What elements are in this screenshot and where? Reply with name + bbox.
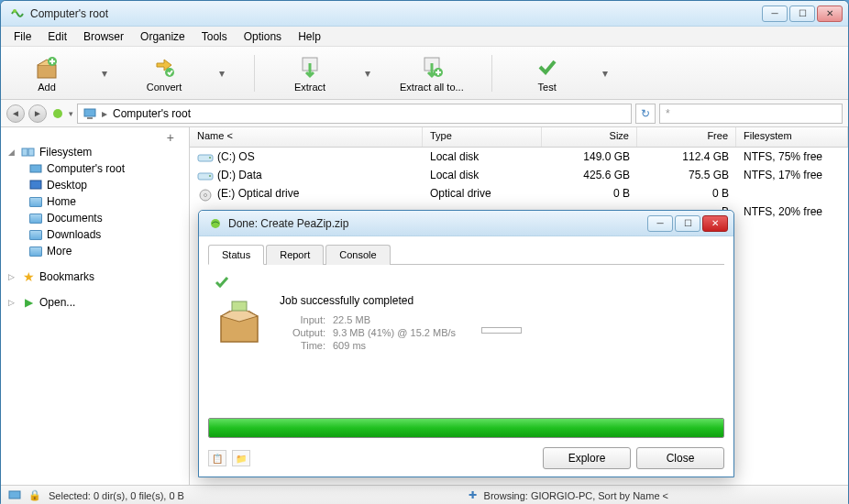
leaf-icon[interactable] xyxy=(50,106,65,121)
menu-options[interactable]: Options xyxy=(237,28,289,45)
address-path: Computer's root xyxy=(113,107,191,120)
dialog-minimize-button[interactable]: ─ xyxy=(647,215,673,232)
convert-button[interactable]: Convert xyxy=(137,54,192,93)
back-button[interactable]: ◄ xyxy=(6,104,25,123)
tree-item-root[interactable]: Computer's root xyxy=(25,160,185,177)
extract-icon xyxy=(297,54,323,80)
dialog-title: Done: Create PeaZip.zip xyxy=(228,217,647,230)
menu-file[interactable]: File xyxy=(6,28,39,45)
explore-button[interactable]: Explore xyxy=(543,447,631,469)
drive-icon xyxy=(197,170,214,181)
window-title: Computer's root xyxy=(30,7,762,20)
svg-point-17 xyxy=(209,175,211,177)
tree-item-desktop[interactable]: Desktop xyxy=(25,177,185,193)
svg-point-19 xyxy=(204,193,207,196)
table-row[interactable]: (D:) DataLocal disk425.6 GB75.5 GBNTFS, … xyxy=(190,166,848,184)
output-value: 9.3 MB (41%) @ 15.2 MB/s xyxy=(333,327,456,338)
test-button[interactable]: Test xyxy=(520,54,575,93)
input-value: 22.5 MB xyxy=(333,314,370,325)
svg-point-15 xyxy=(209,157,211,159)
menu-help[interactable]: Help xyxy=(291,28,328,45)
search-input[interactable]: * xyxy=(659,104,843,124)
progress-dialog: Done: Create PeaZip.zip ─ ☐ ✕ Status Rep… xyxy=(198,210,734,477)
success-check-icon xyxy=(214,274,719,290)
tree-item-documents[interactable]: Documents xyxy=(25,210,185,226)
svg-rect-23 xyxy=(232,301,247,311)
menubar: File Edit Browser Organize Tools Options… xyxy=(1,27,848,47)
tree-item-home[interactable]: Home xyxy=(25,193,185,210)
main-titlebar[interactable]: Computer's root ─ ☐ ✕ xyxy=(1,1,848,27)
forward-button[interactable]: ► xyxy=(28,104,47,123)
tab-report[interactable]: Report xyxy=(266,245,324,265)
statusbar: 🔒 Selected: 0 dir(s), 0 file(s), 0 B ✚ B… xyxy=(1,485,848,504)
tree-item-downloads[interactable]: Downloads xyxy=(25,226,185,243)
check-icon xyxy=(535,54,560,80)
test-dropdown[interactable]: ▾ xyxy=(602,67,610,80)
svg-point-3 xyxy=(165,68,174,77)
dialog-close-btn[interactable]: Close xyxy=(636,447,724,469)
svg-rect-20 xyxy=(9,491,20,499)
computer-icon xyxy=(83,107,96,120)
svg-rect-13 xyxy=(30,181,41,189)
col-fs[interactable]: Filesystem xyxy=(736,127,848,147)
svg-rect-12 xyxy=(30,165,41,172)
tree-open[interactable]: ▷ ▶ Open... xyxy=(5,294,185,311)
tree-filesystem[interactable]: ◢ Filesystem xyxy=(5,144,185,160)
svg-rect-1 xyxy=(38,65,56,78)
app-icon xyxy=(208,216,223,231)
menu-browser[interactable]: Browser xyxy=(76,28,131,45)
extract-dropdown[interactable]: ▾ xyxy=(365,67,372,80)
close-button[interactable]: ✕ xyxy=(817,5,843,22)
dialog-titlebar[interactable]: Done: Create PeaZip.zip ─ ☐ ✕ xyxy=(199,211,733,236)
add-button[interactable]: Add xyxy=(19,54,74,93)
play-icon: ▶ xyxy=(21,296,36,309)
star-icon: ★ xyxy=(21,270,36,283)
col-free[interactable]: Free xyxy=(637,127,736,147)
drive-icon xyxy=(197,152,214,163)
addressbar: ◄ ► ▾ ▸ Computer's root ↻ * xyxy=(1,100,848,127)
tree-item-more[interactable]: More xyxy=(25,243,185,259)
maximize-button[interactable]: ☐ xyxy=(789,5,815,22)
box-icon xyxy=(214,294,265,345)
clipboard-icon-button[interactable]: 📋 xyxy=(208,450,226,466)
extract-button[interactable]: Extract xyxy=(282,54,337,93)
table-row[interactable]: (E:) Optical driveOptical drive0 B0 B xyxy=(190,184,848,203)
svg-rect-11 xyxy=(28,148,34,156)
refresh-button[interactable]: ↻ xyxy=(635,104,656,124)
folder-icon-button[interactable]: 📁 xyxy=(232,450,250,466)
convert-dropdown[interactable]: ▾ xyxy=(219,67,226,80)
extract-all-button[interactable]: Extract all to... xyxy=(400,54,464,93)
tab-status[interactable]: Status xyxy=(208,245,264,265)
time-value: 609 ms xyxy=(333,340,366,351)
svg-point-0 xyxy=(13,9,17,13)
toolbar: Add ▾ Convert ▾ Extract ▾ Extract all to… xyxy=(1,47,848,100)
dialog-maximize-button[interactable]: ☐ xyxy=(675,215,700,232)
col-type[interactable]: Type xyxy=(423,127,542,147)
app-icon xyxy=(10,6,25,21)
menu-organize[interactable]: Organize xyxy=(133,28,193,45)
tree-bookmarks[interactable]: ▷ ★ Bookmarks xyxy=(5,268,185,285)
sidebar: + ◢ Filesystem Computer's root Desktop H… xyxy=(1,127,190,485)
table-row[interactable]: (C:) OSLocal disk149.0 GB112.4 GBNTFS, 7… xyxy=(190,148,848,166)
menu-tools[interactable]: Tools xyxy=(194,28,235,45)
tree-add-button[interactable]: + xyxy=(5,133,185,144)
progress-bar xyxy=(208,418,724,438)
computer-icon xyxy=(8,489,21,502)
svg-point-7 xyxy=(53,109,62,118)
address-input[interactable]: ▸ Computer's root xyxy=(77,104,632,124)
col-name[interactable]: Name < xyxy=(190,127,423,147)
status-selected: Selected: 0 dir(s), 0 file(s), 0 B xyxy=(49,490,184,501)
status-browsing: Browsing: GIORGIO-PC, Sort by Name < xyxy=(484,490,668,501)
dialog-tabs: Status Report Console xyxy=(208,244,724,265)
add-dropdown[interactable]: ▾ xyxy=(102,67,109,80)
lock-icon: 🔒 xyxy=(28,489,41,501)
col-size[interactable]: Size xyxy=(542,127,637,147)
status-message: Job successfully completed xyxy=(280,294,719,307)
dialog-close-button[interactable]: ✕ xyxy=(702,215,728,232)
menu-edit[interactable]: Edit xyxy=(40,28,74,45)
svg-rect-9 xyxy=(87,117,93,119)
minimize-button[interactable]: ─ xyxy=(762,5,788,22)
tab-console[interactable]: Console xyxy=(325,245,390,265)
nav-dropdown[interactable]: ▾ xyxy=(69,109,73,118)
drive-icon xyxy=(197,189,214,200)
